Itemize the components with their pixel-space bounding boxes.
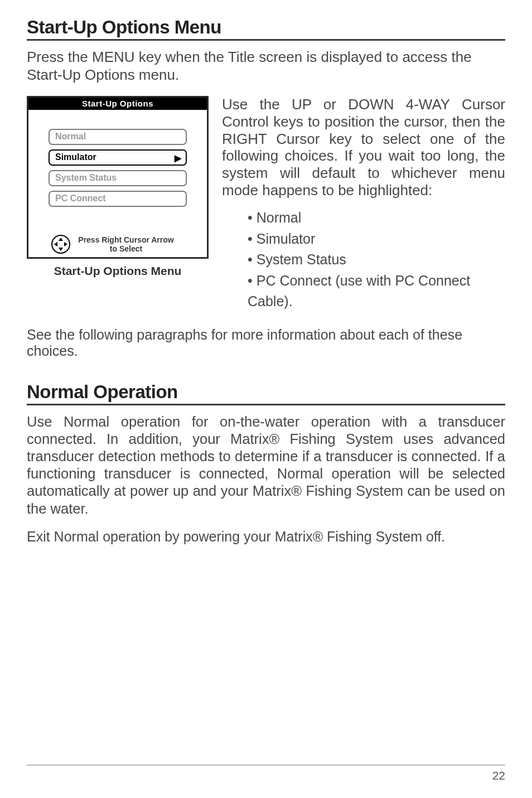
figure-caption: Start-Up Options Menu xyxy=(27,264,209,278)
exit-instruction: Exit Normal operation by powering your M… xyxy=(27,529,505,545)
lcd-title-bar: Start-Up Options xyxy=(28,98,207,110)
lcd-footer-text: Press Right Cursor Arrow to Select xyxy=(78,235,173,253)
lcd-option-normal: Normal xyxy=(49,129,187,145)
normal-operation-body: Use Normal operation for on-the-water op… xyxy=(27,413,505,518)
cursor-instructions: Use the UP or DOWN 4-WAY Cursor Control … xyxy=(222,96,505,199)
figure-text-row: Start-Up Options Normal Simulator ▶ Syst… xyxy=(27,96,505,312)
right-column: Use the UP or DOWN 4-WAY Cursor Control … xyxy=(222,96,505,312)
bullet-simulator: Simulator xyxy=(248,229,505,250)
lcd-screenshot: Start-Up Options Normal Simulator ▶ Syst… xyxy=(27,96,209,259)
heading-normal-operation: Normal Operation xyxy=(27,381,505,405)
lcd-option-simulator-label: Simulator xyxy=(55,152,96,162)
lcd-option-pc-connect: PC Connect xyxy=(49,191,187,207)
footer-rule xyxy=(27,765,505,766)
figure-block: Start-Up Options Normal Simulator ▶ Syst… xyxy=(27,96,209,278)
right-arrow-icon: ▶ xyxy=(175,152,181,163)
intro-paragraph: Press the MENU key when the Title screen… xyxy=(27,49,505,84)
lcd-option-system-status: System Status xyxy=(49,170,187,186)
lcd-footer-line1: Press Right Cursor Arrow xyxy=(78,235,173,244)
lcd-footer: Press Right Cursor Arrow to Select xyxy=(28,214,207,257)
bullet-normal: Normal xyxy=(248,207,505,229)
lcd-footer-line2: to Select xyxy=(78,244,173,253)
lcd-menu-body: Normal Simulator ▶ System Status PC Conn… xyxy=(28,110,207,214)
page-footer: 22 xyxy=(27,765,505,782)
bullet-system-status: System Status xyxy=(248,249,505,270)
followup-paragraph: See the following paragraphs for more in… xyxy=(27,327,505,359)
bullet-pc-connect: PC Connect (use with PC Connect Cable). xyxy=(248,270,505,312)
page-number: 22 xyxy=(27,769,505,782)
dpad-icon xyxy=(51,235,70,254)
heading-startup-options: Start-Up Options Menu xyxy=(27,17,505,41)
lcd-option-simulator: Simulator ▶ xyxy=(49,149,187,166)
options-bullets: Normal Simulator System Status PC Connec… xyxy=(222,207,505,312)
